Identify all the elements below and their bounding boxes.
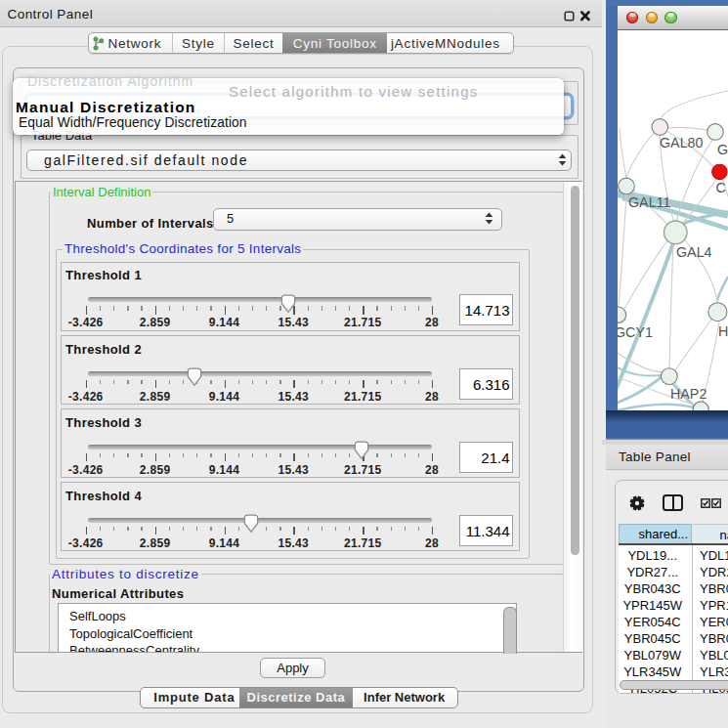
svg-text:HAP2: HAP2	[670, 386, 707, 402]
svg-text:GCY1: GCY1	[618, 324, 653, 340]
svg-text:C: C	[716, 180, 726, 195]
svg-text:GAL11: GAL11	[628, 194, 670, 210]
svg-text:GAL80: GAL80	[660, 135, 704, 150]
svg-text:H: H	[718, 323, 728, 339]
svg-text:GAL4: GAL4	[676, 244, 712, 260]
svg-text:GAL8: GAL8	[717, 142, 728, 157]
